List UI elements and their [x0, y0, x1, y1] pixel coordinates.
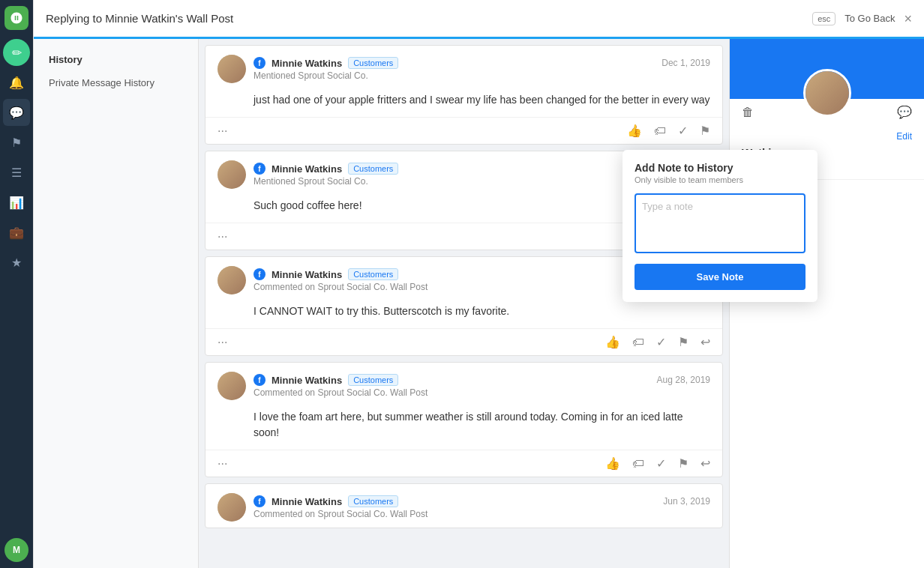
resolve-icon[interactable]: ✓ [678, 124, 688, 138]
facebook-icon: f [254, 374, 266, 386]
post-subtitle: Commented on Sprout Social Co. Wall Post [254, 509, 710, 519]
post-date: Jun 3, 2019 [663, 496, 710, 507]
avatar [218, 55, 246, 83]
post-body: just had one of your apple fritters and … [206, 89, 722, 117]
post-actions: ··· 👍 🏷 ✓ ⚑ ↩ [206, 450, 722, 477]
notifications-icon[interactable]: 🔔 [3, 69, 30, 96]
profile-avatar [803, 69, 851, 117]
tasks-icon[interactable]: ⚑ [3, 129, 30, 156]
right-panel: 🗑 💬 Watkins Edit View Full Profile ▼ [729, 39, 924, 568]
post-subtitle: Commented on Sprout Social Co. Wall Post [254, 387, 710, 398]
facebook-icon: f [254, 57, 266, 69]
post-body: I CANNOT WAIT to try this. Butterscotch … [206, 300, 722, 328]
starred-icon[interactable]: ★ [3, 249, 30, 276]
reply-icon[interactable]: ↩ [700, 335, 710, 349]
save-note-button[interactable]: Save Note [634, 264, 806, 290]
note-input[interactable] [634, 193, 806, 253]
flag-icon[interactable]: ⚑ [678, 456, 688, 471]
avatar [218, 266, 246, 294]
inbox-icon[interactable]: 💬 [3, 99, 30, 126]
post-header: f Minnie Watkins Customers Aug 28, 2019 … [206, 363, 722, 406]
edit-link[interactable]: Edit [896, 131, 912, 142]
resolve-icon[interactable]: ✓ [656, 335, 666, 349]
sidebar-item-private-message-history[interactable]: Private Message History [34, 71, 198, 94]
post-header: f Minnie Watkins Customers Jun 3, 2019 C… [206, 484, 722, 528]
sidebar: ✏ 🔔 💬 ⚑ ☰ 📊 💼 ★ M [0, 0, 33, 568]
post-card: f Minnie Watkins Customers Dec 1, 2019 M… [205, 45, 723, 145]
like-icon[interactable]: 👍 [627, 124, 642, 138]
more-options-icon[interactable]: ··· [218, 124, 227, 138]
post-author: Minnie Watkins [272, 496, 342, 507]
like-icon[interactable]: 👍 [605, 456, 620, 471]
avatar [218, 160, 246, 189]
feed-area: f Minnie Watkins Customers Dec 1, 2019 M… [199, 39, 729, 568]
post-author: Minnie Watkins [272, 58, 342, 69]
sidebar-bottom: M [4, 538, 28, 562]
post-meta: f Minnie Watkins Customers Aug 28, 2019 … [254, 374, 710, 398]
compose-icon[interactable]: ✏ [3, 39, 30, 66]
post-badge[interactable]: Customers [348, 268, 398, 280]
reports-icon[interactable]: ☰ [3, 159, 30, 186]
campaigns-icon[interactable]: 💼 [3, 219, 30, 246]
body-layout: History Private Message History f Minnie… [34, 39, 924, 568]
post-author: Minnie Watkins [272, 163, 342, 175]
user-avatar[interactable]: M [4, 538, 28, 562]
tag-icon[interactable]: 🏷 [654, 124, 666, 138]
post-actions: ··· 👍 🏷 ✓ ⚑ ↩ [206, 328, 722, 355]
post-date: Aug 28, 2019 [657, 375, 710, 385]
facebook-icon: f [254, 495, 266, 507]
close-button[interactable]: × [904, 12, 912, 25]
analytics-icon[interactable]: 📊 [3, 189, 30, 216]
post-badge[interactable]: Customers [348, 495, 398, 507]
modal-subtitle: Only visible to team members [634, 175, 806, 184]
post-badge[interactable]: Customers [348, 163, 398, 175]
flag-icon[interactable]: ⚑ [678, 335, 688, 349]
profile-banner [730, 39, 924, 99]
facebook-icon: f [254, 163, 266, 175]
post-meta: f Minnie Watkins Customers Dec 1, 2019 M… [254, 57, 710, 81]
post-author: Minnie Watkins [272, 269, 342, 280]
post-meta: f Minnie Watkins Customers Jun 3, 2019 C… [254, 495, 710, 519]
add-note-modal: Add Note to History Only visible to team… [622, 150, 818, 302]
more-options-icon[interactable]: ··· [218, 230, 227, 244]
top-bar: Replying to Minnie Watkin's Wall Post es… [34, 0, 924, 39]
facebook-icon: f [254, 268, 266, 280]
tag-icon[interactable]: 🏷 [632, 457, 644, 471]
post-subtitle: Mentioned Sprout Social Co. [254, 70, 710, 81]
reply-icon[interactable]: ↩ [700, 456, 710, 471]
more-options-icon[interactable]: ··· [218, 457, 227, 471]
app-logo[interactable] [4, 6, 28, 30]
more-options-icon[interactable]: ··· [218, 336, 227, 349]
post-card: f Minnie Watkins Customers Jun 3, 2019 C… [205, 483, 723, 528]
post-card: f Minnie Watkins Customers Aug 28, 2019 … [205, 362, 723, 477]
resolve-icon[interactable]: ✓ [656, 456, 666, 471]
back-label: To Go Back [844, 13, 895, 24]
post-author: Minnie Watkins [272, 375, 342, 386]
post-name-row: f Minnie Watkins Customers Aug 28, 2019 [254, 374, 710, 386]
flag-icon[interactable]: ⚑ [700, 124, 710, 138]
post-badge[interactable]: Customers [348, 57, 398, 69]
page-title: Replying to Minnie Watkin's Wall Post [46, 12, 803, 25]
tag-icon[interactable]: 🏷 [632, 336, 644, 349]
delete-icon[interactable]: 🗑 [742, 106, 754, 119]
post-body: I love the foam art here, but summer wea… [206, 406, 722, 450]
messenger-icon[interactable]: 💬 [897, 105, 912, 119]
like-icon[interactable]: 👍 [605, 335, 620, 349]
esc-badge: esc [812, 12, 836, 25]
post-actions: ··· 👍 🏷 ✓ ⚑ [206, 117, 722, 144]
post-name-row: f Minnie Watkins Customers Jun 3, 2019 [254, 495, 710, 507]
post-badge[interactable]: Customers [348, 374, 398, 386]
post-name-row: f Minnie Watkins Customers Dec 1, 2019 [254, 57, 710, 69]
post-header: f Minnie Watkins Customers Dec 1, 2019 M… [206, 46, 722, 89]
left-nav: History Private Message History [34, 39, 199, 568]
modal-title: Add Note to History [634, 162, 806, 174]
avatar [218, 493, 246, 522]
post-date: Dec 1, 2019 [662, 58, 710, 68]
sidebar-item-history[interactable]: History [34, 48, 198, 71]
avatar [218, 372, 246, 400]
